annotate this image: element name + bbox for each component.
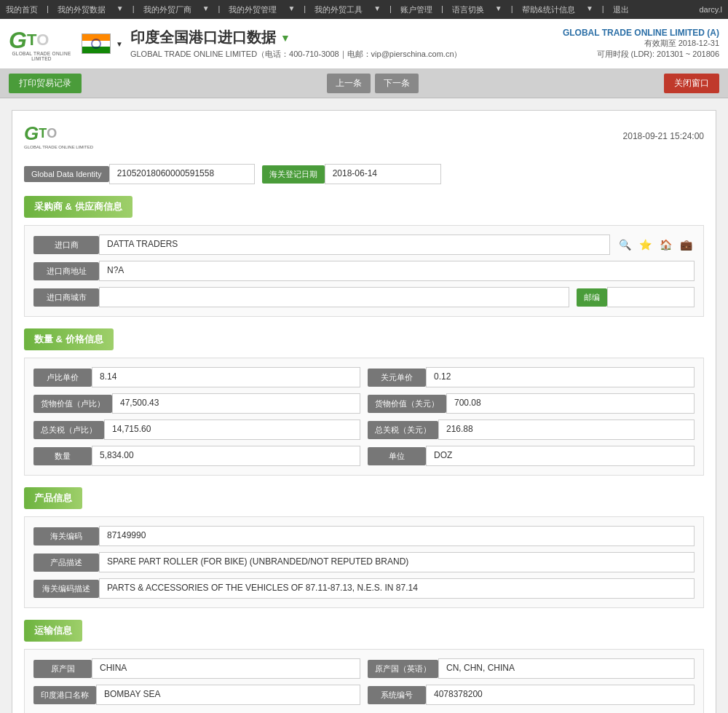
postal-label: 邮编 (577, 288, 607, 307)
system-code-value: 4078378200 (426, 685, 695, 705)
qp-label-1-2: 货物价值（关元） (368, 395, 446, 413)
importer-icons: 🔍 ⭐ 🏠 💼 (616, 236, 695, 253)
qp-label-2-1: 总关税（卢比） (33, 421, 104, 439)
nav-home[interactable]: 我的首页 (6, 4, 38, 15)
nav-separator-1: | (47, 4, 49, 15)
logo: G T O GLOBAL TRADE ONLINE LIMITED (9, 22, 74, 66)
dropdown-arrow-1: ▼ (116, 4, 124, 15)
qp-value-0-1: 8.14 (92, 367, 360, 387)
qp-value-1-1: 47,500.43 (112, 393, 360, 414)
hs-code-row: 海关编码 87149990 (33, 526, 695, 546)
importer-label: 进口商 (33, 236, 99, 254)
transport-row-2: 印度港口名称 BOMBAY SEA 系统编号 4078378200 (33, 685, 695, 705)
nav-supplier[interactable]: 我的外贸厂商 (143, 4, 191, 15)
close-button-top[interactable]: 关闭窗口 (664, 74, 719, 93)
origin-en-value: CN, CHN, CHINA (438, 658, 695, 679)
nav-trade-data[interactable]: 我的外贸数据 (58, 4, 106, 15)
top-nav-left: 我的首页 | 我的外贸数据 ▼ | 我的外贸厂商 ▼ | 我的外贸管理 ▼ | … (6, 4, 629, 15)
hs-desc-row: 海关编码描述 PARTS & ACCESSORIES OF THE VEHICL… (33, 578, 695, 599)
ldr: 可用时段 (LDR): 201301 ~ 201806 (563, 49, 719, 60)
buyer-supplier-title: 采购商 & 供应商信息 (24, 196, 132, 218)
nav-separator-6: | (441, 4, 443, 15)
transport-body: 原产国 CHINA 原产国（英语） CN, CHN, CHINA 印度港口名称 … (24, 649, 704, 713)
nav-language[interactable]: 语言切换 (452, 4, 484, 15)
quantity-price-section: 数量 & 价格信息 卢比单价 8.14 关元单价 0.12 货物价 (24, 328, 704, 476)
qp-value-2-1: 14,715.60 (104, 419, 360, 440)
hs-code-label: 海关编码 (33, 527, 99, 545)
qp-value-3-1: 5,834.00 (92, 446, 360, 466)
transport-row-1: 原产国 CHINA 原产国（英语） CN, CHN, CHINA (33, 658, 695, 679)
header: G T O GLOBAL TRADE ONLINE LIMITED ▼ 印度全国… (0, 19, 728, 69)
qp-row-0: 卢比单价 8.14 关元单价 0.12 (33, 367, 695, 387)
transport-title: 运输信息 (24, 620, 82, 642)
importer-city-label: 进口商城市 (33, 288, 99, 307)
qp-label-2-2: 总关税（关元） (368, 421, 438, 439)
qp-value-3-2: DOZ (426, 446, 695, 466)
main-content: G T O GLOBAL TRADE ONLINE LIMITED 2018-0… (0, 98, 728, 713)
nav-management[interactable]: 我的外贸管理 (229, 4, 277, 15)
search-icon[interactable]: 🔍 (616, 236, 633, 253)
global-data-identity-value: 21052018060000591558 (109, 164, 255, 184)
buyer-supplier-section: 采购商 & 供应商信息 进口商 DATTA TRADERS 🔍 ⭐ 🏠 💼 进口… (24, 196, 704, 317)
qp-label-0-1: 卢比单价 (33, 369, 92, 387)
prev-button-top[interactable]: 上一条 (327, 74, 371, 93)
postal-value (607, 287, 695, 307)
nav-separator-5: | (389, 4, 392, 15)
importer-address-value: N?A (99, 261, 695, 281)
port-label: 印度港口名称 (33, 686, 96, 704)
hs-desc-value: PARTS & ACCESSORIES OF THE VEHICLES OF 8… (99, 578, 695, 599)
qp-label-0-2: 关元单价 (368, 369, 426, 387)
transport-section: 运输信息 原产国 CHINA 原产国（英语） CN, CHN, CHINA (24, 620, 704, 713)
nav-tools[interactable]: 我的外贸工具 (314, 4, 363, 15)
customs-date-label: 海关登记日期 (262, 165, 325, 184)
importer-city-row: 进口商城市 邮编 (33, 287, 695, 307)
quantity-price-body: 卢比单价 8.14 关元单价 0.12 货物价值（卢比） 47,500.43 (24, 358, 704, 476)
dropdown-arrow-3: ▼ (288, 4, 295, 15)
hs-desc-label: 海关编码描述 (33, 580, 99, 598)
origin-en-label: 原产国（英语） (368, 660, 438, 678)
qp-label-3-1: 数量 (33, 447, 92, 465)
qp-label-3-2: 单位 (368, 447, 426, 465)
nav-help[interactable]: 帮助&统计信息 (522, 4, 575, 15)
importer-row: 进口商 DATTA TRADERS 🔍 ⭐ 🏠 💼 (33, 235, 695, 255)
customs-date-value: 2018-06-14 (325, 164, 441, 184)
nav-separator-8: | (602, 4, 604, 15)
origin-label: 原产国 (33, 660, 92, 678)
country-flag (82, 34, 111, 54)
record-card: G T O GLOBAL TRADE ONLINE LIMITED 2018-0… (12, 110, 716, 713)
dropdown-arrow-2: ▼ (202, 4, 210, 15)
product-desc-label: 产品描述 (33, 554, 99, 572)
qp-label-1-1: 货物价值（卢比） (33, 395, 112, 413)
top-nav-user: darcy.l (699, 5, 722, 14)
buyer-supplier-body: 进口商 DATTA TRADERS 🔍 ⭐ 🏠 💼 进口商地址 N?A (24, 225, 704, 317)
importer-address-row: 进口商地址 N?A (33, 261, 695, 281)
importer-value: DATTA TRADERS (99, 235, 610, 255)
record-datetime: 2018-09-21 15:24:00 (623, 131, 704, 141)
next-button-top[interactable]: 下一条 (375, 74, 419, 93)
print-button-top[interactable]: 打印贸易记录 (9, 74, 82, 93)
qp-row-3: 数量 5,834.00 单位 DOZ (33, 446, 695, 466)
global-data-identity-label: Global Data Identity (24, 166, 109, 182)
qp-value-2-2: 216.88 (438, 419, 695, 440)
star-icon[interactable]: ⭐ (636, 236, 654, 253)
nav-logout[interactable]: 退出 (613, 4, 629, 15)
identity-row: Global Data Identity 2105201806000059155… (24, 164, 704, 184)
nav-separator-4: | (304, 4, 306, 15)
qp-value-1-2: 700.08 (446, 393, 695, 414)
product-desc-row: 产品描述 SPARE PART ROLLER (FOR BIKE) (UNBRA… (33, 552, 695, 572)
briefcase-icon[interactable]: 💼 (677, 236, 695, 253)
product-desc-value: SPARE PART ROLLER (FOR BIKE) (UNBRANDED/… (99, 552, 695, 572)
dropdown-arrow-5: ▼ (495, 4, 502, 15)
page-title: 印度全国港口进口数据 ▼ (130, 28, 462, 47)
page-title-arrow[interactable]: ▼ (280, 32, 290, 44)
importer-address-label: 进口商地址 (33, 262, 99, 280)
product-body: 海关编码 87149990 产品描述 SPARE PART ROLLER (FO… (24, 516, 704, 608)
top-nav: 我的首页 | 我的外贸数据 ▼ | 我的外贸厂商 ▼ | 我的外贸管理 ▼ | … (0, 0, 728, 19)
port-value: BOMBAY SEA (96, 685, 360, 705)
nav-account[interactable]: 账户管理 (400, 4, 432, 15)
nav-separator-7: | (511, 4, 513, 15)
dropdown-arrow-country[interactable]: ▼ (116, 40, 123, 48)
company-name: GLOBAL TRADE ONLINE LIMITED (A) (563, 28, 719, 38)
home-icon[interactable]: 🏠 (657, 236, 674, 253)
validity: 有效期至 2018-12-31 (563, 38, 719, 49)
